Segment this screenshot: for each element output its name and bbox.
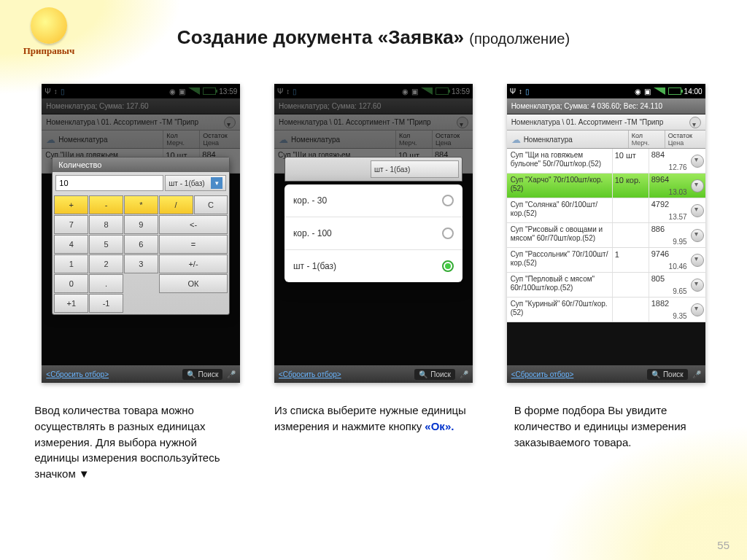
caption-2: Из списка выберите нужные единицы измере… bbox=[274, 402, 473, 482]
mic-icon[interactable]: 🎤 bbox=[460, 370, 468, 378]
unit-option[interactable]: кор. - 100 bbox=[285, 217, 462, 250]
calc-1[interactable]: 1 bbox=[54, 254, 88, 273]
expand-icon[interactable] bbox=[691, 155, 704, 168]
statusbar: Ψ↕▯ ◉▣14:00 bbox=[507, 84, 705, 98]
table-row[interactable]: Суп "Рисовый с овощами и мясом" 60г/70шт… bbox=[507, 223, 705, 248]
calc-9[interactable]: 9 bbox=[124, 215, 158, 234]
expand-icon[interactable] bbox=[691, 229, 704, 242]
search-box[interactable]: 🔍Поиск bbox=[647, 369, 688, 380]
calc-0[interactable]: 0 bbox=[54, 274, 88, 293]
reset-filter-link[interactable]: <Сбросить отбор> bbox=[511, 370, 574, 378]
calc-sign[interactable]: +/- bbox=[159, 254, 228, 273]
caption-3: В форме подбора Вы увидите количество и … bbox=[514, 402, 713, 482]
calc-2[interactable]: 2 bbox=[89, 254, 123, 273]
title-main: Создание документа «Заявка» bbox=[177, 26, 464, 48]
footer-bar: <Сбросить отбор> 🔍Поиск 🎤 bbox=[274, 365, 473, 383]
calc-6[interactable]: 6 bbox=[124, 235, 158, 254]
calc-5[interactable]: 5 bbox=[89, 235, 123, 254]
dropdown-icon[interactable]: ▾ bbox=[211, 177, 222, 189]
table-row[interactable]: Суп "Щи на говяжьем бульоне" 50г/70шт/ко… bbox=[507, 149, 705, 174]
breadcrumb[interactable]: Номенклатура \ 01. Ассортимент -ТМ "Прип… bbox=[507, 114, 705, 131]
phone-unit-list: Ψ↕▯ ◉▣13:59 Номенклатура; Сумма: 127.60 … bbox=[274, 84, 473, 383]
mic-icon[interactable]: 🎤 bbox=[227, 370, 236, 378]
reset-filter-link[interactable]: <Сбросить отбор> bbox=[46, 370, 109, 378]
phone-result-list: Ψ↕▯ ◉▣14:00 Номенклатура; Сумма: 4 036.6… bbox=[507, 84, 705, 383]
title-continuation: (продолжение) bbox=[469, 31, 570, 47]
calc-minus[interactable]: - bbox=[89, 195, 123, 214]
calc-minus1[interactable]: -1 bbox=[89, 294, 123, 313]
mic-icon[interactable]: 🎤 bbox=[692, 370, 701, 378]
quantity-input[interactable] bbox=[55, 175, 163, 191]
app-header: Номенклатура; Сумма: 4 036.60; Вес: 24.1… bbox=[507, 98, 705, 114]
footer-bar: <Сбросить отбор> 🔍Поиск 🎤 bbox=[507, 365, 705, 383]
unit-option[interactable]: шт - 1(баз) bbox=[285, 250, 462, 282]
calc-clear[interactable]: C bbox=[194, 195, 228, 214]
table-row[interactable]: Суп "Харчо" 70г/100шт/кор.(52)10 кор.896… bbox=[507, 174, 705, 198]
expand-icon[interactable] bbox=[691, 279, 704, 292]
table-header: ☁Номенклатура КолМерч. ОстатокЦена bbox=[507, 131, 705, 149]
quantity-dialog: Количество шт - 1(баз)▾ + - * / C 7 8 9 … bbox=[52, 157, 230, 315]
page-title: Создание документа «Заявка» (продолжение… bbox=[0, 26, 747, 49]
calc-ok[interactable]: ОК bbox=[159, 274, 228, 293]
radio-icon bbox=[442, 228, 454, 239]
page-number: 55 bbox=[717, 539, 729, 551]
table-row[interactable]: Суп "Куриный" 60г/70шт/кор.(52)18829.35 bbox=[507, 298, 705, 322]
calc-4[interactable]: 4 bbox=[54, 235, 88, 254]
caption-1: Ввод количества товара можно осуществлят… bbox=[34, 402, 233, 482]
calculator-keypad: + - * / C 7 8 9 <- 4 5 6 = 1 2 3 +/- 0 . bbox=[53, 194, 229, 314]
calc-7[interactable]: 7 bbox=[54, 215, 88, 234]
calc-3[interactable]: 3 bbox=[124, 254, 158, 273]
calc-plus1[interactable]: +1 bbox=[54, 294, 88, 313]
search-box[interactable]: 🔍Поиск bbox=[182, 369, 223, 380]
clock: 14:00 bbox=[684, 88, 703, 96]
unit-option[interactable]: кор. - 30 bbox=[285, 184, 462, 217]
phone-quantity-dialog: Ψ↕▯ ◉▣13:59 Номенклатура; Сумма: 127.60 … bbox=[42, 84, 240, 383]
search-icon: 🔍 bbox=[187, 370, 196, 378]
radio-icon bbox=[442, 195, 454, 206]
unit-select[interactable]: шт - 1(баз)▾ bbox=[165, 175, 226, 191]
calc-mul[interactable]: * bbox=[124, 195, 158, 214]
calc-back[interactable]: <- bbox=[159, 215, 228, 234]
calc-eq[interactable]: = bbox=[159, 235, 228, 254]
table-row[interactable]: Суп "Солянка" 60г/100шт/кор.(52)479213.5… bbox=[507, 198, 705, 223]
expand-icon[interactable] bbox=[691, 179, 704, 192]
calc-div[interactable]: / bbox=[159, 195, 193, 214]
reset-filter-link[interactable]: <Сбросить отбор> bbox=[279, 370, 341, 378]
radio-icon-selected bbox=[442, 260, 454, 272]
table-row[interactable]: Суп "Перловый с мясом" 60г/100шт/кор.(52… bbox=[507, 273, 705, 298]
expand-icon[interactable] bbox=[691, 254, 704, 267]
unit-select[interactable]: шт - 1(баз) bbox=[371, 160, 459, 178]
expand-icon[interactable] bbox=[691, 303, 704, 316]
table-row[interactable]: Суп "Рассольник" 70г/100шт/кор.(52)19746… bbox=[507, 248, 705, 273]
calc-dot[interactable]: . bbox=[89, 274, 123, 293]
footer-bar: <Сбросить отбор> 🔍Поиск 🎤 bbox=[42, 365, 240, 383]
calc-8[interactable]: 8 bbox=[89, 215, 123, 234]
dialog-title: Количество bbox=[53, 158, 229, 172]
unit-dialog: кор. - 30 кор. - 100 шт - 1(баз) bbox=[285, 184, 462, 282]
calc-plus[interactable]: + bbox=[54, 195, 88, 214]
search-box[interactable]: 🔍Поиск bbox=[414, 369, 455, 380]
chevron-down-icon[interactable] bbox=[689, 117, 701, 128]
expand-icon[interactable] bbox=[691, 204, 704, 217]
